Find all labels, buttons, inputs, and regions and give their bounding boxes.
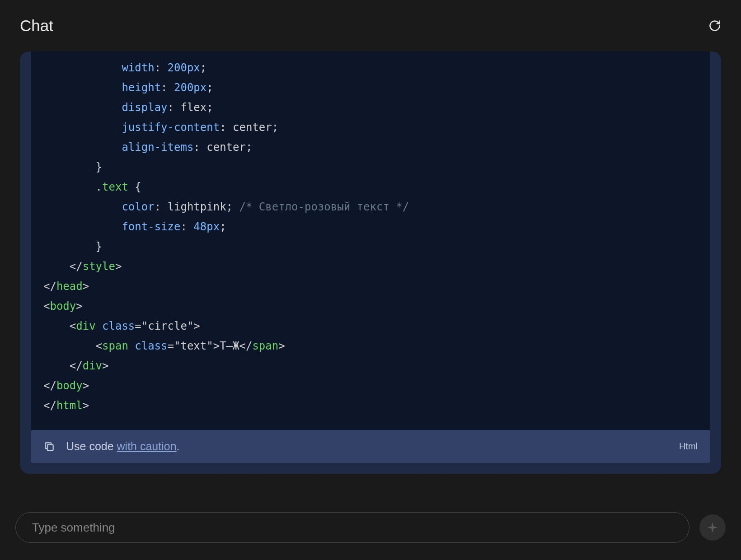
sparkle-icon	[706, 521, 719, 534]
copy-icon[interactable]	[43, 441, 55, 453]
caution-link[interactable]: with caution	[117, 440, 177, 453]
language-badge: Html	[679, 441, 698, 452]
page-title: Chat	[20, 17, 53, 35]
input-area: Type something	[15, 512, 726, 543]
message-input[interactable]: Type something	[15, 512, 689, 543]
code-block: width: 200px; height: 200px; display: fl…	[31, 51, 710, 430]
assistant-message: width: 200px; height: 200px; display: fl…	[20, 51, 721, 474]
svg-rect-0	[47, 444, 53, 450]
chat-body: width: 200px; height: 200px; display: fl…	[0, 51, 741, 497]
header: Chat	[0, 0, 741, 51]
caution-bar: Use code with caution. Html	[31, 430, 710, 463]
refresh-icon[interactable]	[708, 19, 721, 32]
send-button[interactable]	[699, 514, 726, 541]
caution-text: Use code with caution.	[66, 440, 180, 453]
